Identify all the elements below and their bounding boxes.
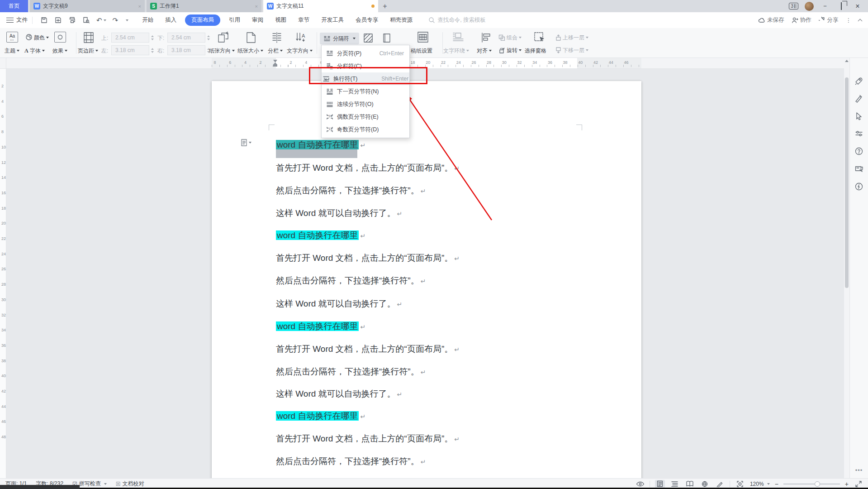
tab-doc11-active[interactable]: W 文字文稿11	[263, 0, 378, 12]
send-backward-button[interactable]: 下移一层	[555, 47, 588, 54]
doc-heading[interactable]: word 自动换行在哪里↵	[276, 321, 365, 333]
panel-more-icon[interactable]: •••	[855, 467, 863, 474]
zoom-slider[interactable]	[783, 484, 840, 484]
undo-button[interactable]: ↶	[96, 16, 106, 24]
menu-item-odd-page-section[interactable]: 13 奇数页分节符(D)	[322, 123, 409, 136]
document-area[interactable]: word 自动换行在哪里↵ 首先打开 Word 文档，点击上方的“页面布局”。↵…	[6, 69, 849, 478]
tab-docer[interactable]: 稻壳资源	[384, 16, 418, 24]
color-button[interactable]: 颜色	[25, 34, 49, 42]
preview-button[interactable]	[82, 16, 90, 24]
home-tab-button[interactable]: 首页	[0, 0, 28, 12]
tab-doc9[interactable]: W 文字文稿9 ×	[30, 0, 145, 12]
eye-protect-icon[interactable]	[636, 481, 645, 487]
doc-paragraph[interactable]: 这样 Word 就可以自动换行了。↵	[276, 388, 402, 400]
align-button[interactable]: 对齐	[477, 47, 492, 55]
doc-paragraph[interactable]: 这样 Word 就可以自动换行了。↵	[276, 298, 402, 310]
save-as-button[interactable]	[54, 16, 62, 24]
scroll-up-icon[interactable]	[845, 60, 849, 62]
text-wrap-button[interactable]: 文字环绕	[443, 47, 469, 55]
margin-bottom-field[interactable]: 2.54 cm	[167, 33, 205, 43]
margin-bottom-stepper[interactable]	[206, 33, 211, 43]
command-search-input[interactable]: 查找命令, 搜索模板	[428, 16, 486, 24]
hamburger-icon[interactable]	[6, 18, 14, 23]
tab-section[interactable]: 章节	[292, 16, 315, 24]
background-button[interactable]	[362, 32, 375, 44]
doc-paragraph[interactable]: 然后点击分隔符，下拉选择“换行符”。↵	[276, 275, 426, 287]
menu-item-continuous-section[interactable]: 连续分节符(O)	[322, 98, 409, 110]
cursor-icon[interactable]	[854, 111, 863, 120]
grid-setup-button[interactable]: 稿纸设置	[411, 47, 432, 55]
rocket-icon[interactable]	[854, 76, 863, 85]
bring-forward-button[interactable]: 上移一层	[555, 34, 588, 42]
effects-button[interactable]: 效果	[52, 47, 67, 55]
help-icon[interactable]	[854, 147, 863, 156]
restore-button[interactable]	[836, 3, 846, 10]
print-button[interactable]	[68, 16, 76, 24]
more-commands-icon[interactable]	[124, 19, 128, 21]
tab-page-layout[interactable]: 页面布局	[185, 14, 220, 26]
window-count-badge[interactable]: 3	[789, 3, 798, 10]
scrollbar-thumb[interactable]	[845, 77, 849, 288]
vertical-scrollbar[interactable]	[844, 58, 849, 478]
doc-paragraph[interactable]: 首先打开 Word 文档，点击上方的“页面布局”。↵	[276, 343, 460, 355]
horizontal-ruler[interactable]: 8642 24681012141618202224262830323436384…	[0, 58, 868, 69]
doc-paragraph[interactable]: 首先打开 Word 文档，点击上方的“页面布局”。↵	[276, 252, 460, 264]
bulb-icon[interactable]	[854, 182, 863, 191]
margin-top-stepper[interactable]	[150, 33, 155, 43]
margin-left-field[interactable]: 3.18 cm	[111, 45, 149, 55]
tab-member[interactable]: 会员专享	[350, 16, 384, 24]
tab-workbook1[interactable]: S 工作簿1 ×	[147, 0, 261, 12]
menu-item-even-page-section[interactable]: 24 偶数页分节符(E)	[322, 110, 409, 123]
read-view-button[interactable]	[685, 480, 695, 488]
ink-pen-button[interactable]	[715, 480, 725, 488]
rotate-button[interactable]: 旋转	[498, 47, 522, 54]
new-tab-button[interactable]: +	[378, 0, 392, 12]
file-menu[interactable]: 文件	[16, 16, 28, 24]
doc-paragraph[interactable]: 然后点击分隔符，下拉选择“换行符”。↵	[276, 185, 426, 197]
zoom-slider-knob[interactable]	[815, 481, 820, 487]
tab-review[interactable]: 审阅	[246, 16, 269, 24]
fullscreen-button[interactable]	[854, 480, 863, 488]
margin-left-stepper[interactable]	[150, 45, 155, 55]
doc-paragraph[interactable]: 这样 Word 就可以自动换行了。↵	[276, 207, 402, 220]
fit-page-button[interactable]	[735, 480, 745, 488]
tab-view[interactable]: 视图	[269, 16, 292, 24]
zoom-out-button[interactable]: −	[775, 480, 778, 488]
doc-paragraph[interactable]: 然后点击分隔符，下拉选择“换行符”。↵	[276, 455, 426, 468]
menu-item-next-page-section[interactable]: 下一页分节符(N)	[322, 85, 409, 98]
tab-dev-tools[interactable]: 开发工具	[315, 16, 350, 24]
save-status[interactable]: 未保存	[758, 16, 784, 24]
minimize-button[interactable]: −	[820, 3, 830, 10]
avatar[interactable]	[805, 2, 814, 11]
doc-paragraph[interactable]: 然后点击分隔符，下拉选择“换行符”。↵	[276, 366, 426, 378]
margin-top-field[interactable]: 2.54 cm	[111, 33, 149, 43]
menu-item-page-break[interactable]: 分页符(P)Ctrl+Enter	[322, 47, 409, 60]
doc-paragraph[interactable]: 首先打开 Word 文档，点击上方的“页面布局”。↵	[276, 162, 460, 174]
vertical-ruler[interactable]: 2468101214161820222426283032343638404244…	[0, 69, 6, 478]
collaborate-button[interactable]: 协作	[792, 16, 811, 24]
paper-size-button[interactable]: 纸张大小	[237, 47, 263, 55]
close-button[interactable]: ×	[853, 2, 863, 10]
doc-heading[interactable]: word 自动换行在哪里↵	[276, 410, 365, 422]
sliders-icon[interactable]	[854, 129, 863, 138]
collapse-ribbon-icon[interactable]	[858, 19, 863, 23]
share-button[interactable]: 分享	[819, 16, 839, 24]
paragraph-style-button[interactable]	[241, 139, 251, 146]
save-button[interactable]	[40, 16, 48, 24]
outline-view-button[interactable]	[670, 480, 680, 488]
tab-home[interactable]: 开始	[136, 16, 159, 24]
doc-heading[interactable]: word 自动换行在哪里↵	[276, 230, 365, 242]
document-page[interactable]: word 自动换行在哪里↵ 首先打开 Word 文档，点击上方的“页面布局”。↵…	[212, 81, 641, 478]
redo-button[interactable]: ↷	[113, 16, 119, 24]
orientation-button[interactable]: 纸张方向	[209, 47, 235, 55]
margin-right-field[interactable]: 3.18 cm	[167, 45, 205, 55]
group-button[interactable]: 组合	[498, 34, 522, 42]
feedback-icon[interactable]	[854, 164, 863, 173]
doc-proof-toggle[interactable]: ☒文档校对	[116, 480, 144, 488]
tab-references[interactable]: 引用	[223, 16, 246, 24]
zoom-in-button[interactable]: +	[845, 480, 849, 488]
tab-insert[interactable]: 插入	[159, 16, 182, 24]
close-tab-icon[interactable]: ×	[255, 4, 258, 9]
brush-icon[interactable]	[854, 94, 863, 103]
close-tab-icon[interactable]: ×	[138, 4, 141, 9]
